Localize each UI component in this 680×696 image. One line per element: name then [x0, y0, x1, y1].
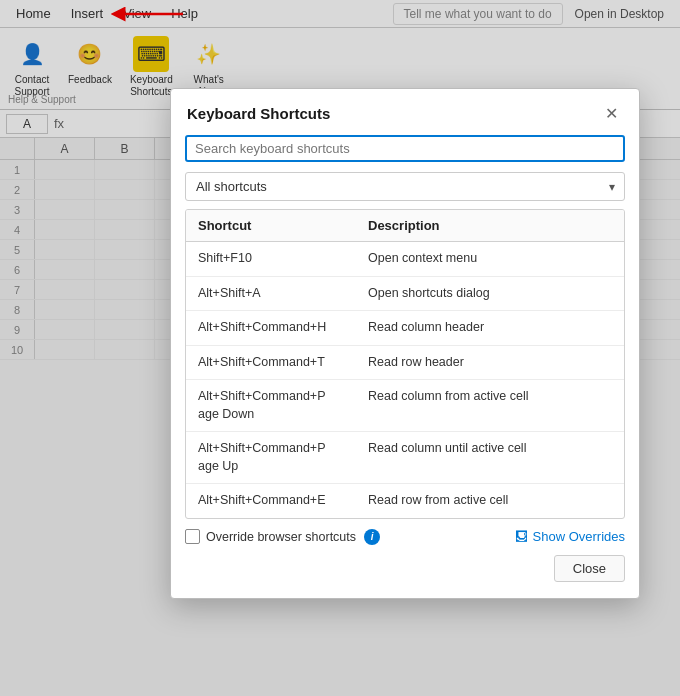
shortcut-desc-4: Read row header [368, 354, 612, 372]
shortcut-row-1: Shift+F10 Open context menu [186, 242, 624, 277]
modal-header: Keyboard Shortcuts ✕ [171, 89, 639, 135]
close-button[interactable]: Close [554, 555, 625, 582]
shortcuts-filter-dropdown[interactable]: All shortcuts Navigation Editing Formatt… [185, 172, 625, 201]
shortcuts-filter-dropdown-row: All shortcuts Navigation Editing Formatt… [185, 172, 625, 201]
col-shortcut-header: Shortcut [198, 218, 368, 233]
shortcuts-table-header: Shortcut Description [186, 210, 624, 242]
shortcut-row-3: Alt+Shift+Command+H Read column header [186, 311, 624, 346]
modal-close-button[interactable]: ✕ [599, 101, 623, 125]
shortcut-key-4: Alt+Shift+Command+T [198, 354, 368, 372]
shortcut-desc-6: Read column until active cell [368, 440, 612, 458]
modal-footer: Override browser shortcuts i ⛾ Show Over… [171, 519, 639, 547]
shortcut-desc-7: Read row from active cell [368, 492, 612, 510]
search-input[interactable] [195, 141, 615, 156]
shortcut-desc-1: Open context menu [368, 250, 612, 268]
col-description-header: Description [368, 218, 612, 233]
info-icon[interactable]: i [364, 529, 380, 545]
shortcut-desc-3: Read column header [368, 319, 612, 337]
show-overrides-label: Show Overrides [533, 529, 625, 544]
override-checkbox[interactable] [185, 529, 200, 544]
keyboard-shortcuts-dialog: Keyboard Shortcuts ✕ All shortcuts Navig… [170, 88, 640, 599]
override-checkbox-wrapper: Override browser shortcuts [185, 529, 356, 544]
shortcut-key-2: Alt+Shift+A [198, 285, 368, 303]
shortcut-row-7: Alt+Shift+Command+E Read row from active… [186, 484, 624, 518]
filter-icon: ⛾ [515, 529, 528, 544]
shortcuts-table: Shortcut Description Shift+F10 Open cont… [185, 209, 625, 519]
shortcut-row-2: Alt+Shift+A Open shortcuts dialog [186, 277, 624, 312]
override-checkbox-label: Override browser shortcuts [206, 530, 356, 544]
shortcut-row-4: Alt+Shift+Command+T Read row header [186, 346, 624, 381]
search-box [185, 135, 625, 162]
modal-button-row: Close [171, 547, 639, 582]
shortcut-key-6: Alt+Shift+Command+Page Up [198, 440, 368, 475]
footer-left: Override browser shortcuts i [185, 529, 380, 545]
shortcut-key-7: Alt+Shift+Command+E [198, 492, 368, 510]
shortcuts-table-body: Shift+F10 Open context menu Alt+Shift+A … [186, 242, 624, 518]
show-overrides-button[interactable]: ⛾ Show Overrides [515, 529, 625, 544]
shortcut-key-5: Alt+Shift+Command+Page Down [198, 388, 368, 423]
shortcut-row-5: Alt+Shift+Command+Page Down Read column … [186, 380, 624, 432]
shortcut-key-3: Alt+Shift+Command+H [198, 319, 368, 337]
shortcut-desc-5: Read column from active cell [368, 388, 612, 406]
modal-title: Keyboard Shortcuts [187, 105, 330, 122]
shortcut-row-6: Alt+Shift+Command+Page Up Read column un… [186, 432, 624, 484]
shortcut-desc-2: Open shortcuts dialog [368, 285, 612, 303]
shortcut-key-1: Shift+F10 [198, 250, 368, 268]
